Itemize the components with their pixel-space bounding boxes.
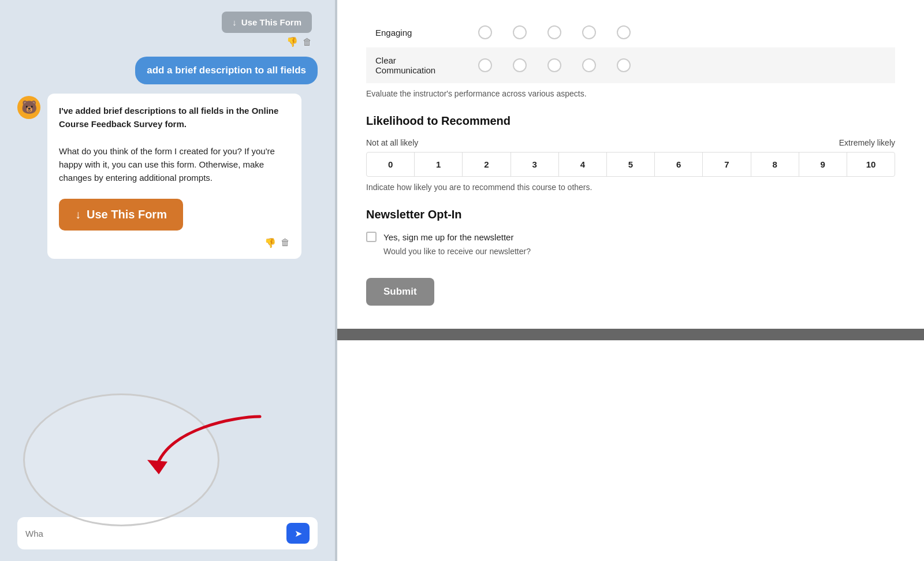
row-label-clear-comm: Clear Communication [366, 47, 459, 83]
nps-cell-9[interactable]: 9 [799, 153, 847, 176]
radio-option[interactable] [582, 25, 596, 39]
radio-option[interactable] [547, 25, 561, 39]
radio-option[interactable] [478, 25, 492, 39]
newsletter-checkbox[interactable] [366, 232, 377, 242]
nps-cell-5[interactable]: 5 [607, 153, 655, 176]
nps-cell-3[interactable]: 3 [511, 153, 559, 176]
radio-option[interactable] [513, 58, 527, 72]
use-form-download-icon: ↓ [75, 208, 81, 221]
bot-reply-strong: I've added brief descriptions to all fie… [59, 106, 278, 129]
bot-avatar: 🐻 [17, 96, 40, 119]
user-message-wrapper: add a brief description to all fields [17, 57, 318, 84]
send-icon: ➤ [295, 528, 302, 539]
bottom-divider [337, 329, 924, 340]
nps-scale: 0 1 2 3 4 5 6 7 8 9 10 [366, 152, 895, 177]
rating-table: Engaging Clear Communication [366, 17, 895, 83]
newsletter-checkbox-row: Yes, sign me up for the newsletter [366, 232, 895, 242]
submit-button[interactable]: Submit [366, 278, 434, 306]
nps-cell-4[interactable]: 4 [559, 153, 607, 176]
download-icon: ↓ [232, 17, 237, 27]
bot-trash-icon[interactable]: 🗑 [281, 237, 290, 248]
bot-reply-body: What do you think of the form I created … [59, 146, 275, 183]
newsletter-section: Newsletter Opt-In Yes, sign me up for th… [366, 208, 895, 256]
nps-label-high: Extremely likely [839, 138, 895, 147]
nps-cell-0[interactable]: 0 [367, 153, 415, 176]
row-options-clear-comm [459, 47, 895, 83]
use-form-button-wrapper: ↓ Use This Form [59, 193, 290, 231]
left-panel: ↓ Use This Form 👎 🗑 add a brief descript… [0, 0, 335, 561]
bot-action-icons: 👎 🗑 [59, 237, 290, 248]
row-label-engaging: Engaging [366, 17, 459, 47]
bot-message-card: I've added brief descriptions to all fie… [47, 94, 301, 259]
chat-area: ↓ Use This Form 👎 🗑 add a brief descript… [12, 0, 323, 511]
nps-cell-10[interactable]: 10 [847, 153, 895, 176]
nps-cell-1[interactable]: 1 [415, 153, 463, 176]
use-this-form-button[interactable]: ↓ Use This Form [59, 199, 183, 231]
nps-description: Indicate how likely you are to recommend… [366, 183, 895, 192]
nps-labels: Not at all likely Extremely likely [366, 138, 895, 147]
newsletter-description: Would you like to receive our newsletter… [383, 247, 895, 256]
row-options-engaging [459, 17, 895, 47]
radio-option[interactable] [617, 58, 631, 72]
newsletter-heading: Newsletter Opt-In [366, 208, 895, 221]
user-message-bubble: add a brief description to all fields [135, 57, 318, 84]
radio-option[interactable] [582, 58, 596, 72]
table-row: Engaging [366, 17, 895, 47]
nps-cell-7[interactable]: 7 [703, 153, 751, 176]
chat-input-area: ➤ [17, 517, 318, 549]
newsletter-checkbox-label: Yes, sign me up for the newsletter [383, 232, 513, 242]
old-use-form-label: Use This Form [241, 17, 301, 27]
trash-icon[interactable]: 🗑 [303, 37, 312, 47]
bot-dislike-icon[interactable]: 👎 [264, 237, 276, 248]
nps-label-low: Not at all likely [366, 138, 418, 147]
radio-option[interactable] [617, 25, 631, 39]
send-button[interactable]: ➤ [286, 523, 310, 544]
radio-option[interactable] [547, 58, 561, 72]
use-this-form-label: Use This Form [87, 208, 167, 221]
old-use-form-row: ↓ Use This Form 👎 🗑 [17, 12, 318, 47]
nps-cell-2[interactable]: 2 [463, 153, 511, 176]
bot-reply-row: 🐻 I've added brief descriptions to all f… [17, 94, 318, 259]
table-row: Clear Communication [366, 47, 895, 83]
bot-message-text: I've added brief descriptions to all fie… [59, 104, 290, 185]
eval-description: Evaluate the instructor's performance ac… [366, 89, 895, 98]
old-use-form-button[interactable]: ↓ Use This Form [222, 12, 312, 33]
chat-input[interactable] [25, 529, 281, 538]
radio-option[interactable] [478, 58, 492, 72]
nps-cell-6[interactable]: 6 [655, 153, 703, 176]
right-panel: Engaging Clear Communication [337, 0, 924, 561]
nps-cell-8[interactable]: 8 [751, 153, 799, 176]
radio-option[interactable] [513, 25, 527, 39]
old-action-icons: 👎 🗑 [222, 36, 312, 47]
likelihood-heading: Likelihood to Recommend [366, 114, 895, 128]
dislike-icon[interactable]: 👎 [286, 36, 298, 47]
